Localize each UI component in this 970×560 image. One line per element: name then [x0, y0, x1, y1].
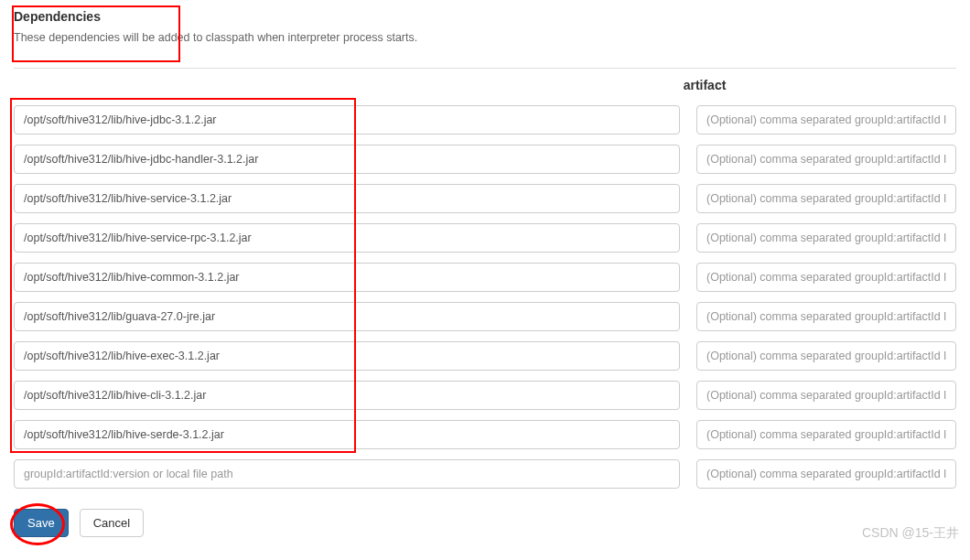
exclude-input[interactable]: [696, 223, 956, 253]
dependency-row: [14, 145, 956, 174]
dependencies-header: Dependencies These dependencies will be …: [14, 9, 956, 55]
dependency-row: [14, 420, 956, 449]
dependency-row: [14, 223, 956, 253]
artifact-input[interactable]: [14, 105, 680, 135]
dependency-row: [14, 302, 956, 331]
artifact-input[interactable]: [14, 145, 680, 174]
exclude-input[interactable]: [696, 105, 956, 135]
cancel-button[interactable]: Cancel: [80, 509, 144, 537]
artifact-input[interactable]: [14, 302, 680, 331]
dependency-row: [14, 184, 956, 213]
artifact-input[interactable]: [14, 223, 680, 253]
dependency-row: [14, 341, 956, 371]
artifact-input[interactable]: [14, 263, 680, 292]
dependency-row-empty: [14, 459, 956, 489]
dependencies-title: Dependencies: [14, 9, 956, 24]
dependency-row: [14, 381, 956, 410]
artifact-input[interactable]: [14, 381, 680, 410]
dependencies-list: [14, 105, 956, 489]
dependency-row: [14, 263, 956, 292]
exclude-input[interactable]: [696, 263, 956, 292]
artifact-input[interactable]: [14, 420, 680, 449]
exclude-input[interactable]: [696, 420, 956, 449]
artifact-input[interactable]: [14, 341, 680, 371]
artifact-input-new[interactable]: [14, 459, 680, 489]
save-button[interactable]: Save: [14, 509, 69, 537]
action-buttons: Save Cancel: [14, 509, 956, 537]
dependency-row: [14, 105, 956, 135]
exclude-input[interactable]: [696, 341, 956, 371]
artifact-input[interactable]: [14, 184, 680, 213]
exclude-input[interactable]: [696, 145, 956, 174]
artifact-column-header: artifact: [453, 69, 956, 105]
dependencies-subtitle: These dependencies will be added to clas…: [14, 31, 956, 44]
exclude-input[interactable]: [696, 184, 956, 213]
exclude-input[interactable]: [696, 381, 956, 410]
exclude-input[interactable]: [696, 302, 956, 331]
exclude-input-new[interactable]: [696, 459, 956, 489]
